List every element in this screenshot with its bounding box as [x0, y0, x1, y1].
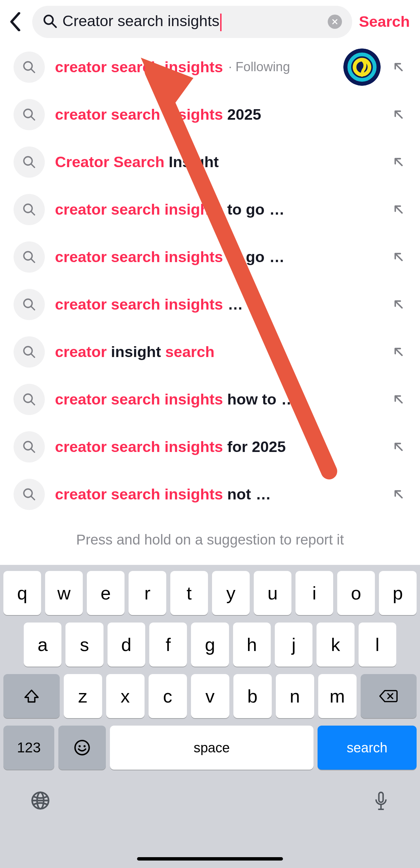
svg-rect-31 — [379, 792, 383, 802]
key-x[interactable]: x — [106, 674, 145, 718]
suggestion-row[interactable]: creator search insights 2025 — [0, 91, 420, 138]
search-icon — [14, 99, 45, 130]
fill-suggestion-button[interactable] — [391, 439, 406, 455]
home-indicator[interactable] — [137, 857, 283, 861]
key-y[interactable]: y — [212, 571, 250, 615]
suggestion-text: creator search insights to go … — [55, 248, 381, 266]
key-d[interactable]: d — [108, 623, 145, 667]
emoji-icon — [74, 739, 91, 756]
search-box[interactable]: Creator search insights — [32, 6, 352, 38]
svg-point-27 — [83, 745, 85, 747]
key-n[interactable]: n — [276, 674, 314, 718]
suggestion-row[interactable]: creator search insights to go … — [0, 186, 420, 233]
key-q[interactable]: q — [3, 571, 41, 615]
key-e[interactable]: e — [87, 571, 125, 615]
backspace-key[interactable] — [361, 674, 417, 718]
arrow-upleft-icon — [392, 345, 405, 359]
arrow-upleft-icon — [392, 440, 405, 454]
key-w[interactable]: w — [45, 571, 83, 615]
fill-suggestion-button[interactable] — [391, 487, 406, 502]
suggestion-row[interactable]: creator search insights· Following — [0, 43, 420, 91]
key-g[interactable]: g — [191, 623, 229, 667]
key-p[interactable]: p — [379, 571, 417, 615]
svg-point-25 — [75, 741, 89, 755]
search-icon — [14, 52, 45, 83]
search-icon — [14, 194, 45, 225]
suggestion-row[interactable]: creator search insights … — [0, 281, 420, 328]
search-icon — [14, 384, 45, 415]
search-icon — [14, 146, 45, 178]
suggestion-text: creator search insights· Following — [55, 58, 333, 76]
arrow-upleft-icon — [392, 108, 405, 121]
search-submit-link[interactable]: Search — [359, 13, 413, 31]
suggestion-row[interactable]: creator search insights to go … — [0, 233, 420, 281]
key-c[interactable]: c — [149, 674, 187, 718]
back-button[interactable] — [5, 12, 25, 32]
fill-suggestion-button[interactable] — [391, 297, 406, 312]
key-z[interactable]: z — [64, 674, 102, 718]
key-l[interactable]: l — [359, 623, 396, 667]
search-icon — [14, 431, 45, 462]
svg-line-10 — [31, 164, 35, 167]
fill-suggestion-button[interactable] — [391, 154, 406, 170]
key-u[interactable]: u — [254, 571, 291, 615]
svg-line-14 — [31, 259, 35, 262]
keyboard: qwertyuiop asdfghjkl zxcvbnm 123 space s… — [0, 565, 420, 868]
suggestion-text: creator search insights for 2025 — [55, 438, 381, 456]
report-hint: Press and hold on a suggestion to report… — [0, 532, 420, 548]
search-input[interactable]: Creator search insights — [62, 12, 328, 31]
search-icon — [14, 336, 45, 368]
suggestion-text: creator insight search — [55, 343, 381, 361]
chevron-left-icon — [9, 12, 21, 31]
fill-suggestion-button[interactable] — [391, 59, 406, 75]
profile-avatar[interactable] — [343, 48, 381, 86]
fill-suggestion-button[interactable] — [391, 344, 406, 360]
key-a[interactable]: a — [24, 623, 61, 667]
key-k[interactable]: k — [317, 623, 354, 667]
suggestion-text: creator search insights not … — [55, 485, 381, 504]
key-o[interactable]: o — [337, 571, 375, 615]
key-b[interactable]: b — [233, 674, 272, 718]
emoji-key[interactable] — [58, 726, 106, 770]
space-key[interactable]: space — [110, 726, 313, 770]
suggestion-row[interactable]: creator search insights for 2025 — [0, 423, 420, 471]
svg-line-1 — [52, 23, 56, 27]
fill-suggestion-button[interactable] — [391, 392, 406, 407]
fill-suggestion-button[interactable] — [391, 107, 406, 122]
key-h[interactable]: h — [233, 623, 271, 667]
close-icon — [331, 18, 338, 25]
arrow-upleft-icon — [392, 155, 405, 169]
svg-line-12 — [31, 211, 35, 215]
shift-key[interactable] — [3, 674, 60, 718]
key-t[interactable]: t — [170, 571, 208, 615]
key-f[interactable]: f — [149, 623, 187, 667]
fill-suggestion-button[interactable] — [391, 249, 406, 265]
suggestion-text: creator search insights 2025 — [55, 105, 381, 124]
suggestion-row[interactable]: creator search insights not … — [0, 471, 420, 518]
arrow-upleft-icon — [392, 488, 405, 501]
suggestion-row[interactable]: Creator Search Insight — [0, 138, 420, 186]
arrow-upleft-icon — [392, 250, 405, 264]
dictation-key[interactable] — [373, 791, 389, 814]
search-icon — [14, 289, 45, 320]
arrow-upleft-icon — [392, 60, 405, 74]
search-icon — [42, 14, 57, 30]
suggestion-text: creator search insights how to… — [55, 390, 381, 409]
text-caret — [220, 14, 222, 31]
suggestion-row[interactable]: creator insight search — [0, 328, 420, 376]
key-m[interactable]: m — [318, 674, 357, 718]
key-j[interactable]: j — [275, 623, 312, 667]
arrow-upleft-icon — [392, 298, 405, 311]
numbers-key[interactable]: 123 — [3, 726, 54, 770]
keyboard-search-key[interactable]: search — [318, 726, 417, 770]
key-r[interactable]: r — [129, 571, 166, 615]
globe-key[interactable] — [31, 791, 50, 814]
key-v[interactable]: v — [191, 674, 229, 718]
fill-suggestion-button[interactable] — [391, 202, 406, 217]
svg-point-26 — [79, 745, 81, 747]
key-s[interactable]: s — [65, 623, 103, 667]
search-icon — [14, 479, 45, 510]
key-i[interactable]: i — [295, 571, 333, 615]
clear-search-button[interactable] — [328, 15, 342, 29]
suggestion-row[interactable]: creator search insights how to… — [0, 376, 420, 423]
